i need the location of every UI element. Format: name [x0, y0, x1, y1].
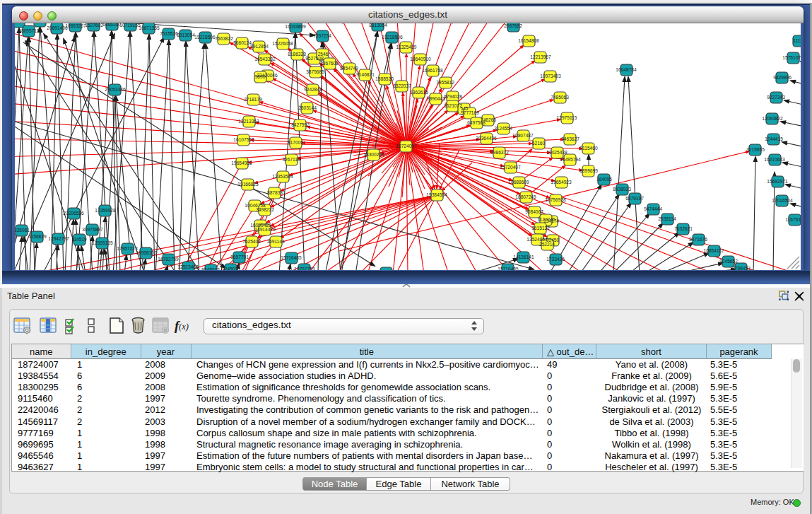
svg-text:835061: 835061 — [15, 228, 30, 233]
svg-text:1588520: 1588520 — [375, 76, 394, 81]
svg-text:9527508: 9527508 — [305, 56, 324, 61]
svg-text:2546: 2546 — [318, 52, 329, 57]
svg-text:15716485: 15716485 — [281, 255, 302, 260]
svg-text:2367608: 2367608 — [320, 61, 339, 66]
svg-text:12505135: 12505135 — [92, 240, 113, 245]
svg-text:(x): (x) — [179, 322, 189, 332]
svg-text:19384554: 19384554 — [426, 192, 447, 197]
svg-text:6899695: 6899695 — [579, 168, 598, 173]
svg-text:12353594: 12353594 — [272, 174, 293, 179]
svg-text:1615132: 1615132 — [531, 226, 550, 230]
svg-text:252214: 252214 — [539, 242, 555, 247]
svg-text:2087682: 2087682 — [504, 23, 522, 28]
svg-text:164095: 164095 — [596, 177, 612, 182]
svg-text:10854112: 10854112 — [704, 248, 724, 253]
svg-text:15692971: 15692971 — [767, 179, 788, 184]
svg-text:8660124: 8660124 — [233, 40, 252, 45]
svg-text:18807249: 18807249 — [515, 194, 536, 199]
svg-text:1120746: 1120746 — [537, 217, 555, 222]
svg-text:10756928: 10756928 — [545, 197, 566, 202]
svg-text:16961758: 16961758 — [422, 68, 443, 73]
svg-text:19654952: 19654952 — [231, 160, 252, 165]
svg-text:16648784: 16648784 — [616, 67, 637, 72]
svg-text:29053346: 29053346 — [105, 87, 126, 92]
svg-text:12213967: 12213967 — [530, 54, 551, 59]
svg-text:8938923: 8938923 — [613, 187, 631, 192]
svg-text:16033809: 16033809 — [285, 24, 306, 29]
svg-text:7485063: 7485063 — [551, 95, 569, 100]
svg-text:16782759: 16782759 — [158, 257, 179, 262]
svg-text:19654923: 19654923 — [551, 180, 572, 185]
svg-text:7515526: 7515526 — [160, 31, 178, 36]
svg-text:8427552: 8427552 — [291, 122, 310, 127]
svg-text:7625402: 7625402 — [242, 239, 261, 244]
svg-text:20206536: 20206536 — [63, 211, 84, 216]
svg-text:1362615: 1362615 — [410, 90, 428, 95]
svg-text:16210643: 16210643 — [764, 157, 785, 162]
svg-text:8322037: 8322037 — [393, 83, 411, 88]
svg-text:16671355: 16671355 — [139, 25, 160, 30]
svg-text:7955812: 7955812 — [436, 80, 454, 85]
svg-text:1156829: 1156829 — [28, 234, 47, 239]
svg-text:12093822: 12093822 — [762, 116, 783, 121]
svg-text:9242848: 9242848 — [304, 87, 322, 92]
svg-text:20364436: 20364436 — [476, 136, 497, 141]
svg-text:10973493: 10973493 — [540, 74, 561, 78]
svg-text:10688609: 10688609 — [508, 180, 529, 185]
svg-text:9474444: 9474444 — [644, 206, 662, 211]
svg-text:14055754: 14055754 — [15, 23, 30, 24]
svg-text:8186328: 8186328 — [288, 52, 306, 57]
svg-text:62160: 62160 — [532, 141, 546, 146]
svg-text:8912954: 8912954 — [250, 44, 269, 49]
svg-text:9329996: 9329996 — [773, 75, 792, 80]
svg-text:3215955: 3215955 — [746, 147, 765, 152]
svg-text:10025438: 10025438 — [546, 150, 567, 155]
svg-text:9245012: 9245012 — [201, 267, 220, 270]
svg-text:15716485: 15716485 — [498, 267, 519, 270]
svg-text:9657791: 9657791 — [230, 255, 249, 259]
svg-text:16154808: 16154808 — [518, 38, 539, 43]
svg-text:9227343: 9227343 — [767, 95, 785, 100]
svg-text:12923468: 12923468 — [177, 264, 199, 269]
svg-text:10653267: 10653267 — [65, 23, 86, 28]
svg-text:8796453: 8796453 — [732, 266, 751, 270]
svg-text:7357234: 7357234 — [313, 33, 331, 38]
svg-text:18055713: 18055713 — [18, 28, 40, 33]
svg-text:8454749: 8454749 — [340, 66, 358, 71]
svg-text:6466160: 6466160 — [102, 23, 121, 27]
svg-text:9084067: 9084067 — [525, 209, 543, 214]
svg-text:13524851: 13524851 — [526, 237, 548, 242]
svg-text:9777169: 9777169 — [461, 110, 479, 115]
svg-text:1621072: 1621072 — [444, 103, 462, 108]
svg-text:10719155: 10719155 — [119, 23, 141, 28]
svg-text:6879197: 6879197 — [625, 196, 644, 201]
svg-text:17359928: 17359928 — [95, 208, 116, 213]
svg-text:10958107: 10958107 — [136, 250, 157, 255]
svg-text:9463627: 9463627 — [561, 136, 579, 141]
svg-text:16107553: 16107553 — [233, 137, 254, 142]
svg-text:399153: 399153 — [15, 234, 16, 239]
svg-text:19218506: 19218506 — [194, 35, 216, 40]
svg-text:3267110: 3267110 — [282, 157, 300, 162]
svg-text:12942737: 12942737 — [48, 236, 69, 241]
svg-text:8990443: 8990443 — [427, 96, 445, 101]
svg-text:746266: 746266 — [481, 117, 496, 122]
svg-text:10807487: 10807487 — [512, 133, 534, 138]
svg-text:8813054: 8813054 — [369, 23, 387, 28]
svg-text:9245652: 9245652 — [719, 259, 738, 264]
svg-text:9890: 9890 — [255, 74, 266, 79]
svg-text:9146821: 9146821 — [356, 72, 375, 77]
svg-text:14914479: 14914479 — [254, 227, 276, 232]
svg-text:7663822: 7663822 — [215, 36, 233, 41]
svg-text:114519: 114519 — [71, 237, 87, 242]
svg-text:1733426: 1733426 — [546, 257, 565, 262]
svg-text:30975887: 30975887 — [82, 227, 103, 232]
svg-text:15720407: 15720407 — [500, 165, 521, 170]
svg-text:3498222: 3498222 — [256, 207, 274, 212]
svg-text:7986372: 7986372 — [490, 150, 509, 155]
svg-text:10782759: 10782759 — [294, 267, 315, 270]
svg-text:15751074: 15751074 — [782, 55, 801, 60]
svg-text:887833: 887833 — [267, 190, 283, 195]
svg-text:1691144: 1691144 — [266, 239, 285, 244]
svg-text:15226058: 15226058 — [272, 41, 293, 46]
